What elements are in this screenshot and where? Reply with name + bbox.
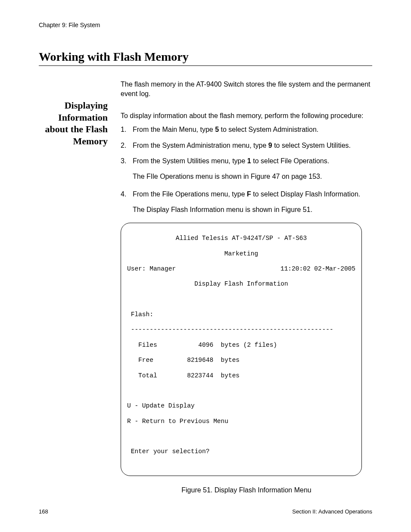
step-text: From the System Administration menu, typ… bbox=[133, 141, 372, 150]
content-columns: Displaying Information about the Flash M… bbox=[39, 80, 372, 495]
terminal-user-row: User: Manager11:20:02 02-Mar-2005 bbox=[127, 265, 355, 273]
terminal-line: Free 8219648 bytes bbox=[127, 357, 355, 364]
figure-caption: Figure 51. Display Flash Information Men… bbox=[121, 485, 372, 495]
sidebar-line: Information bbox=[39, 112, 108, 124]
terminal-timestamp: 11:20:02 02-Mar-2005 bbox=[280, 265, 355, 273]
step-text: From the File Operations menu, type F to… bbox=[133, 190, 372, 199]
terminal-divider: ----------------------------------------… bbox=[127, 326, 355, 334]
list-item: 4. From the File Operations menu, type F… bbox=[121, 190, 372, 199]
terminal-line: Total 8223744 bytes bbox=[127, 372, 355, 380]
terminal-line: Flash: bbox=[127, 311, 355, 319]
page: Chapter 9: File System Working with Flas… bbox=[0, 0, 411, 532]
section-label: Section II: Advanced Operations bbox=[292, 508, 372, 515]
terminal-blank bbox=[127, 296, 355, 304]
procedure-list-cont: 4. From the File Operations menu, type F… bbox=[121, 190, 372, 199]
lead-paragraph: To display information about the flash m… bbox=[121, 111, 372, 121]
bold-key: 1 bbox=[247, 157, 251, 165]
text-run: to select File Operations. bbox=[251, 157, 329, 165]
sidebar-line: about the Flash bbox=[39, 123, 108, 135]
text-run: From the File Operations menu, type bbox=[133, 190, 247, 198]
terminal-user: User: Manager bbox=[127, 265, 176, 273]
step-note: The FIle Operations menu is shown in Fig… bbox=[133, 172, 372, 181]
terminal-header-line: Allied Telesis AT-9424T/SP - AT-S63 bbox=[127, 235, 355, 243]
main-content: The flash memory in the AT-9400 Switch s… bbox=[121, 80, 372, 495]
text-run: to select System Administration. bbox=[219, 126, 318, 133]
step-number: 1. bbox=[121, 125, 133, 134]
list-item: 3. From the System Utilities menu, type … bbox=[121, 156, 372, 166]
list-item: 1. From the Main Menu, type 5 to select … bbox=[121, 125, 372, 134]
text-run: to select System Utilities. bbox=[272, 142, 351, 149]
procedure-list: 1. From the Main Menu, type 5 to select … bbox=[121, 125, 372, 166]
bold-key: 5 bbox=[215, 126, 219, 133]
intro-paragraph: The flash memory in the AT-9400 Switch s… bbox=[121, 80, 372, 99]
terminal-title: Display Flash Information bbox=[127, 280, 355, 288]
sidebar-line: Memory bbox=[39, 135, 108, 147]
step-text: From the System Utilities menu, type 1 t… bbox=[133, 156, 372, 166]
terminal-figure: Allied Telesis AT-9424T/SP - AT-S63 Mark… bbox=[121, 223, 372, 495]
page-number: 168 bbox=[39, 508, 48, 515]
page-footer: 168 Section II: Advanced Operations bbox=[39, 508, 372, 515]
step-number: 3. bbox=[121, 156, 133, 166]
terminal-option: R - Return to Previous Menu bbox=[127, 418, 355, 426]
text-run: From the Main Menu, type bbox=[133, 126, 215, 133]
terminal-screen: Allied Telesis AT-9424T/SP - AT-S63 Mark… bbox=[121, 223, 362, 476]
chapter-header: Chapter 9: File System bbox=[39, 22, 372, 28]
terminal-blank bbox=[127, 387, 355, 395]
sidebar-line: Displaying bbox=[39, 100, 108, 112]
terminal-blank bbox=[127, 433, 355, 441]
terminal-header-line: Marketing bbox=[127, 250, 355, 258]
text-run: From the System Administration menu, typ… bbox=[133, 142, 268, 149]
text-run: to select Display Flash Information. bbox=[251, 190, 360, 198]
terminal-line: Files 4096 bytes (2 files) bbox=[127, 342, 355, 349]
page-title: Working with Flash Memory bbox=[39, 50, 372, 66]
step-note: The Display Flash Information menu is sh… bbox=[133, 205, 372, 215]
step-number: 4. bbox=[121, 190, 133, 199]
sidebar-heading: Displaying Information about the Flash M… bbox=[39, 80, 108, 495]
terminal-prompt: Enter your selection? bbox=[127, 448, 355, 456]
terminal-option: U - Update Display bbox=[127, 402, 355, 410]
list-item: 2. From the System Administration menu, … bbox=[121, 141, 372, 150]
text-run: From the System Utilities menu, type bbox=[133, 157, 247, 165]
bold-key: 9 bbox=[268, 142, 272, 149]
step-number: 2. bbox=[121, 141, 133, 150]
bold-key: F bbox=[247, 190, 251, 198]
step-text: From the Main Menu, type 5 to select Sys… bbox=[133, 125, 372, 134]
